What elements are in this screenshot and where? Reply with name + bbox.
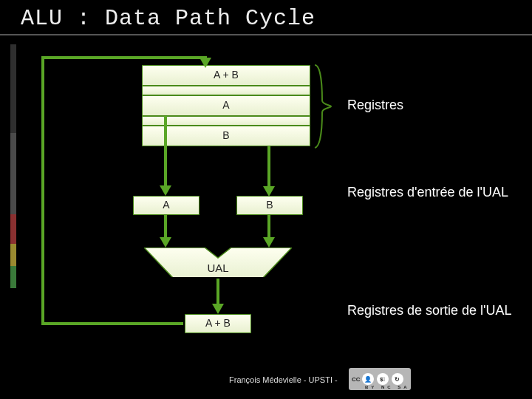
- footer-credit: François Médevielle - UPSTI -: [229, 375, 338, 384]
- input-reg-b: B: [236, 196, 303, 215]
- svg-marker-3: [263, 186, 275, 197]
- cc-nc-icon: $⃠: [377, 373, 389, 385]
- cc-badge: CC 👤 $⃠ ↻ BY NC SA: [349, 368, 411, 390]
- cc-terms: BY NC SA: [365, 385, 410, 389]
- label-output-reg: Registres de sortie de l'UAL: [347, 303, 512, 318]
- cc-sa-icon: ↻: [392, 373, 403, 385]
- arrow-b-to-input: [259, 146, 281, 198]
- label-registers: Registres: [347, 98, 403, 113]
- cc-by-icon: 👤: [362, 373, 374, 385]
- brace-registers: [310, 64, 347, 149]
- svg-marker-11: [200, 58, 211, 68]
- svg-marker-7: [263, 237, 275, 248]
- label-input-regs: Registres d'entrée de l'UAL: [347, 185, 508, 200]
- title-underline: [0, 34, 532, 35]
- arrow-b-to-ual: [259, 215, 281, 249]
- accent-bar: [10, 44, 16, 288]
- arrow-feedback: [37, 52, 229, 347]
- page-title: ALU : Data Path Cycle: [21, 6, 316, 31]
- cc-prefix: CC: [352, 376, 361, 383]
